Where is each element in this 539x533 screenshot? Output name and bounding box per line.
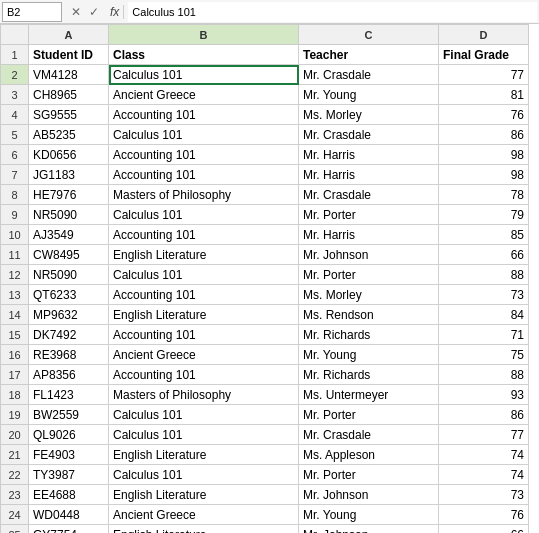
cell-A9[interactable]: NR5090 bbox=[29, 205, 109, 225]
cell-A8[interactable]: HE7976 bbox=[29, 185, 109, 205]
row-header-25[interactable]: 25 bbox=[1, 525, 29, 534]
cell-D6[interactable]: 98 bbox=[439, 145, 529, 165]
cell-A21[interactable]: FE4903 bbox=[29, 445, 109, 465]
cell-A2[interactable]: VM4128 bbox=[29, 65, 109, 85]
row-header-1[interactable]: 1 bbox=[1, 45, 29, 65]
cell-D22[interactable]: 74 bbox=[439, 465, 529, 485]
row-header-23[interactable]: 23 bbox=[1, 485, 29, 505]
cell-D19[interactable]: 86 bbox=[439, 405, 529, 425]
cell-B1[interactable]: Class bbox=[109, 45, 299, 65]
cell-D25[interactable]: 66 bbox=[439, 525, 529, 534]
row-header-8[interactable]: 8 bbox=[1, 185, 29, 205]
cell-A6[interactable]: KD0656 bbox=[29, 145, 109, 165]
cell-A3[interactable]: CH8965 bbox=[29, 85, 109, 105]
cell-D1[interactable]: Final Grade bbox=[439, 45, 529, 65]
cell-D23[interactable]: 73 bbox=[439, 485, 529, 505]
cell-C13[interactable]: Ms. Morley bbox=[299, 285, 439, 305]
cell-B6[interactable]: Accounting 101 bbox=[109, 145, 299, 165]
cell-D17[interactable]: 88 bbox=[439, 365, 529, 385]
cell-C25[interactable]: Mr. Johnson bbox=[299, 525, 439, 534]
cell-A18[interactable]: FL1423 bbox=[29, 385, 109, 405]
row-header-3[interactable]: 3 bbox=[1, 85, 29, 105]
row-header-5[interactable]: 5 bbox=[1, 125, 29, 145]
cell-C15[interactable]: Mr. Richards bbox=[299, 325, 439, 345]
cell-D20[interactable]: 77 bbox=[439, 425, 529, 445]
cell-B2[interactable]: Calculus 101 bbox=[109, 65, 299, 85]
cell-A25[interactable]: GY7754 bbox=[29, 525, 109, 534]
cell-D2[interactable]: 77 bbox=[439, 65, 529, 85]
cell-D12[interactable]: 88 bbox=[439, 265, 529, 285]
cell-C2[interactable]: Mr. Crasdale bbox=[299, 65, 439, 85]
cell-A4[interactable]: SG9555 bbox=[29, 105, 109, 125]
cell-A17[interactable]: AP8356 bbox=[29, 365, 109, 385]
row-header-24[interactable]: 24 bbox=[1, 505, 29, 525]
cancel-icon[interactable]: ✕ bbox=[68, 4, 84, 20]
cell-B22[interactable]: Calculus 101 bbox=[109, 465, 299, 485]
row-header-12[interactable]: 12 bbox=[1, 265, 29, 285]
cell-C17[interactable]: Mr. Richards bbox=[299, 365, 439, 385]
cell-B12[interactable]: Calculus 101 bbox=[109, 265, 299, 285]
row-header-16[interactable]: 16 bbox=[1, 345, 29, 365]
cell-C6[interactable]: Mr. Harris bbox=[299, 145, 439, 165]
cell-C22[interactable]: Mr. Porter bbox=[299, 465, 439, 485]
cell-D11[interactable]: 66 bbox=[439, 245, 529, 265]
row-header-22[interactable]: 22 bbox=[1, 465, 29, 485]
cell-A5[interactable]: AB5235 bbox=[29, 125, 109, 145]
cell-B14[interactable]: English Literature bbox=[109, 305, 299, 325]
cell-C14[interactable]: Ms. Rendson bbox=[299, 305, 439, 325]
cell-C5[interactable]: Mr. Crasdale bbox=[299, 125, 439, 145]
cell-A10[interactable]: AJ3549 bbox=[29, 225, 109, 245]
cell-C18[interactable]: Ms. Untermeyer bbox=[299, 385, 439, 405]
cell-B13[interactable]: Accounting 101 bbox=[109, 285, 299, 305]
row-header-13[interactable]: 13 bbox=[1, 285, 29, 305]
cell-reference-box[interactable]: B2 bbox=[2, 2, 62, 22]
row-header-18[interactable]: 18 bbox=[1, 385, 29, 405]
cell-A13[interactable]: QT6233 bbox=[29, 285, 109, 305]
cell-D9[interactable]: 79 bbox=[439, 205, 529, 225]
cell-B23[interactable]: English Literature bbox=[109, 485, 299, 505]
cell-A20[interactable]: QL9026 bbox=[29, 425, 109, 445]
cell-B24[interactable]: Ancient Greece bbox=[109, 505, 299, 525]
cell-D4[interactable]: 76 bbox=[439, 105, 529, 125]
row-header-9[interactable]: 9 bbox=[1, 205, 29, 225]
cell-D5[interactable]: 86 bbox=[439, 125, 529, 145]
col-header-D[interactable]: D bbox=[439, 25, 529, 45]
cell-C23[interactable]: Mr. Johnson bbox=[299, 485, 439, 505]
cell-A22[interactable]: TY3987 bbox=[29, 465, 109, 485]
cell-B4[interactable]: Accounting 101 bbox=[109, 105, 299, 125]
cell-C1[interactable]: Teacher bbox=[299, 45, 439, 65]
cell-D24[interactable]: 76 bbox=[439, 505, 529, 525]
row-header-2[interactable]: 2 bbox=[1, 65, 29, 85]
cell-C4[interactable]: Ms. Morley bbox=[299, 105, 439, 125]
cell-C3[interactable]: Mr. Young bbox=[299, 85, 439, 105]
cell-D7[interactable]: 98 bbox=[439, 165, 529, 185]
cell-B21[interactable]: English Literature bbox=[109, 445, 299, 465]
row-header-4[interactable]: 4 bbox=[1, 105, 29, 125]
cell-C9[interactable]: Mr. Porter bbox=[299, 205, 439, 225]
cell-B3[interactable]: Ancient Greece bbox=[109, 85, 299, 105]
cell-A15[interactable]: DK7492 bbox=[29, 325, 109, 345]
cell-B8[interactable]: Masters of Philosophy bbox=[109, 185, 299, 205]
cell-A14[interactable]: MP9632 bbox=[29, 305, 109, 325]
col-header-B[interactable]: B bbox=[109, 25, 299, 45]
cell-D10[interactable]: 85 bbox=[439, 225, 529, 245]
cell-B11[interactable]: English Literature bbox=[109, 245, 299, 265]
cell-B20[interactable]: Calculus 101 bbox=[109, 425, 299, 445]
cell-B18[interactable]: Masters of Philosophy bbox=[109, 385, 299, 405]
cell-A23[interactable]: EE4688 bbox=[29, 485, 109, 505]
cell-C7[interactable]: Mr. Harris bbox=[299, 165, 439, 185]
cell-C12[interactable]: Mr. Porter bbox=[299, 265, 439, 285]
cell-B25[interactable]: English Literature bbox=[109, 525, 299, 534]
cell-C8[interactable]: Mr. Crasdale bbox=[299, 185, 439, 205]
cell-C24[interactable]: Mr. Young bbox=[299, 505, 439, 525]
cell-B15[interactable]: Accounting 101 bbox=[109, 325, 299, 345]
cell-A19[interactable]: BW2559 bbox=[29, 405, 109, 425]
row-header-15[interactable]: 15 bbox=[1, 325, 29, 345]
confirm-icon[interactable]: ✓ bbox=[86, 4, 102, 20]
formula-input[interactable] bbox=[128, 2, 537, 22]
cell-B5[interactable]: Calculus 101 bbox=[109, 125, 299, 145]
cell-C21[interactable]: Ms. Appleson bbox=[299, 445, 439, 465]
row-header-21[interactable]: 21 bbox=[1, 445, 29, 465]
row-header-17[interactable]: 17 bbox=[1, 365, 29, 385]
col-header-A[interactable]: A bbox=[29, 25, 109, 45]
